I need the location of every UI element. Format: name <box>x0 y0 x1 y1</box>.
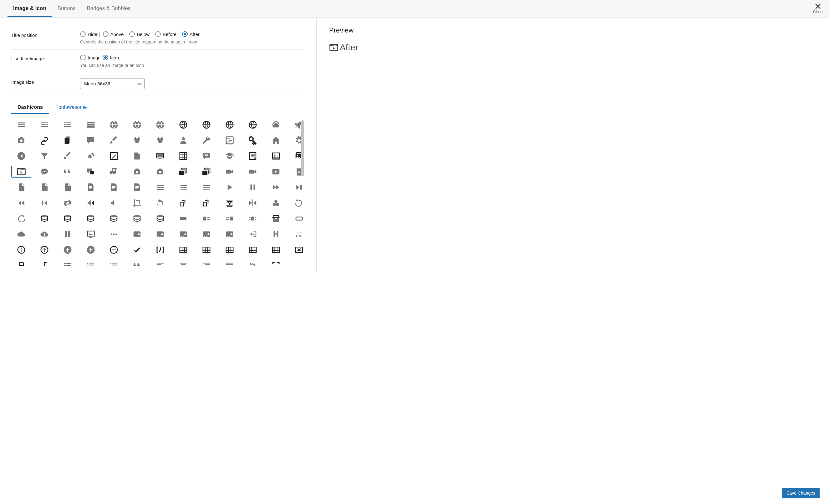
icon-document-alt[interactable] <box>127 181 147 193</box>
icon-step-forward[interactable] <box>289 181 304 193</box>
icon-slides[interactable] <box>150 150 170 162</box>
select-image-size[interactable]: Menu-36x36 <box>80 78 145 89</box>
icon-filter[interactable] <box>34 150 55 162</box>
scrollbar[interactable] <box>301 120 304 176</box>
icon-info[interactable] <box>11 244 31 256</box>
icon-video[interactable] <box>11 166 31 178</box>
icon-list[interactable] <box>58 260 78 266</box>
icon-images-alt[interactable] <box>196 166 216 178</box>
icon-italic[interactable] <box>34 260 55 266</box>
icon-images[interactable] <box>173 166 193 178</box>
icon-align-justify[interactable] <box>220 260 240 266</box>
icon-cloud-upload[interactable] <box>34 228 55 240</box>
tab-image-icon[interactable]: Image & Icon <box>7 0 52 17</box>
tab-badges[interactable]: Badges & Bubbles <box>81 0 136 17</box>
icon-grid[interactable] <box>173 150 193 162</box>
tab-buttons[interactable]: Buttons <box>52 0 81 17</box>
icon-dashboard[interactable] <box>266 119 286 131</box>
icon-site-alt3[interactable] <box>173 119 193 131</box>
icon-table-col-after[interactable] <box>173 244 193 256</box>
icon-table-row-after[interactable] <box>243 244 263 256</box>
icon-menu-alt[interactable] <box>34 119 55 131</box>
icon-step-back[interactable] <box>34 197 55 209</box>
icon-video-play[interactable] <box>266 166 286 178</box>
icon-list-ol-rtl[interactable] <box>104 260 124 266</box>
icon-fast-forward[interactable] <box>266 181 286 193</box>
icon-home[interactable] <box>266 134 286 146</box>
icon-table-row-before[interactable] <box>266 244 286 256</box>
icon-db-export[interactable] <box>104 212 124 225</box>
icon-db-add[interactable] <box>34 212 55 225</box>
tab-dashicons[interactable]: Dashicons <box>11 101 49 114</box>
icon-add-page[interactable] <box>127 150 147 162</box>
icon-site-alt[interactable] <box>127 119 147 131</box>
radio-title-above[interactable]: Above | <box>103 31 127 37</box>
icon-volume[interactable] <box>81 197 101 209</box>
icon-video-alt[interactable] <box>243 166 263 178</box>
icon-crop[interactable] <box>127 197 147 209</box>
icon-rotate[interactable] <box>173 197 193 209</box>
icon-flip-h[interactable] <box>243 197 263 209</box>
icon-wrench[interactable] <box>196 134 216 146</box>
icon-plus-alt[interactable] <box>58 244 78 256</box>
tab-fontawesome[interactable]: Fontawesome <box>49 101 93 114</box>
icon-tablet[interactable] <box>289 212 304 225</box>
icon-dismiss[interactable] <box>196 150 216 162</box>
icon-site[interactable] <box>104 119 124 131</box>
icon-text-page[interactable] <box>243 150 263 162</box>
icon-camera[interactable] <box>127 166 147 178</box>
icon-align-right[interactable] <box>220 212 240 225</box>
icon-menu-alt3[interactable] <box>81 119 101 131</box>
icon-multisite[interactable] <box>81 150 101 162</box>
icon-embed-generic[interactable] <box>127 228 147 240</box>
icon-exit[interactable] <box>243 228 263 240</box>
icon-code-file[interactable] <box>34 181 55 193</box>
icon-plus-alt2[interactable] <box>81 244 101 256</box>
icon-filter-alt[interactable] <box>266 197 286 209</box>
icon-align-center[interactable] <box>243 212 263 225</box>
icon-globe[interactable] <box>196 119 216 131</box>
icon-edit[interactable] <box>104 150 124 162</box>
icon-table-col-before[interactable] <box>196 244 216 256</box>
icon-key[interactable] <box>243 134 263 146</box>
icon-brush[interactable] <box>104 134 124 146</box>
radio-use-image[interactable]: Image <box>80 55 101 60</box>
icon-spreadsheet[interactable] <box>104 181 124 193</box>
icon-chat[interactable] <box>34 166 55 178</box>
radio-title-after[interactable]: After <box>182 31 200 37</box>
icon-db-check[interactable] <box>150 212 170 225</box>
icon-db-import[interactable] <box>81 212 101 225</box>
icon-audio-file[interactable] <box>11 181 31 193</box>
icon-embed-photo[interactable] <box>173 228 193 240</box>
icon-settings[interactable] <box>220 134 240 146</box>
icon-plugin-checked[interactable] <box>150 134 170 146</box>
icon-storage[interactable] <box>266 212 286 225</box>
icon-playlist-video[interactable] <box>196 181 216 193</box>
icon-table-row-delete[interactable] <box>289 244 304 256</box>
icon-table-col-delete[interactable] <box>220 244 240 256</box>
icon-screen[interactable] <box>81 228 101 240</box>
icon-chat-alt[interactable] <box>81 166 101 178</box>
icon-more[interactable] <box>104 228 124 240</box>
icon-align-right2[interactable] <box>196 260 216 266</box>
icon-embed-post[interactable] <box>150 228 170 240</box>
radio-use-icon[interactable]: Icon <box>103 55 119 60</box>
icon-align-left[interactable] <box>196 212 216 225</box>
icon-rewind[interactable] <box>11 197 31 209</box>
icon-spellcheck[interactable] <box>243 260 263 266</box>
icon-camera-alt[interactable] <box>150 166 170 178</box>
icon-file[interactable] <box>58 181 78 193</box>
icon-html[interactable]: HTML <box>289 228 304 240</box>
icon-media[interactable] <box>11 134 31 146</box>
icon-play-back[interactable] <box>11 150 31 162</box>
icon-video-rec[interactable] <box>220 166 240 178</box>
icon-align-left2[interactable] <box>150 260 170 266</box>
icon-plugin[interactable] <box>127 134 147 146</box>
icon-redo[interactable] <box>11 212 31 225</box>
icon-links[interactable] <box>34 134 55 146</box>
icon-quote[interactable] <box>58 166 78 178</box>
icon-minus[interactable] <box>104 244 124 256</box>
icon-image[interactable] <box>266 150 286 162</box>
icon-shortcode[interactable] <box>150 244 170 256</box>
icon-undo[interactable] <box>289 197 304 209</box>
